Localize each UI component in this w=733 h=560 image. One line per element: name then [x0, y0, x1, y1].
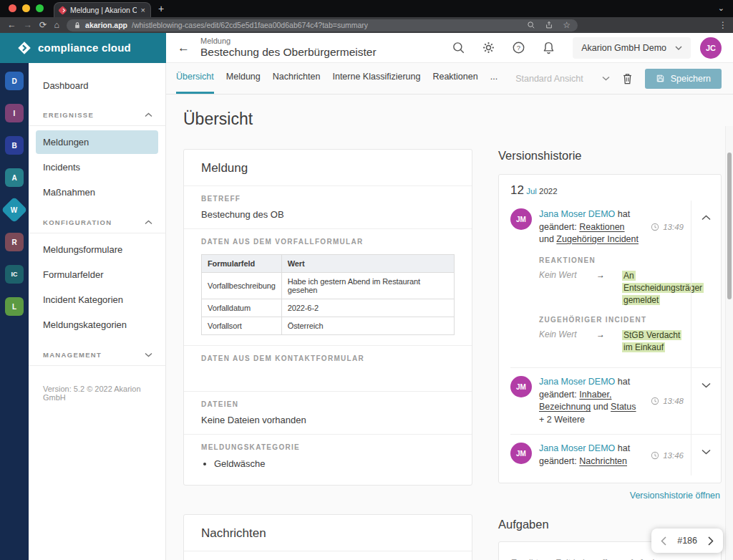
- tab-reaktionen[interactable]: Reaktionen: [432, 63, 477, 94]
- minimize-window-button[interactable]: [22, 4, 30, 12]
- browser-tab[interactable]: Meldung | Akarion Compliance ×: [54, 2, 151, 17]
- chevron-left-icon[interactable]: [661, 536, 666, 546]
- tab-nachrichten[interactable]: Nachrichten: [273, 63, 321, 94]
- close-window-button[interactable]: [9, 4, 16, 12]
- sidebar-item-incident-kategorien[interactable]: Incident Kategorien: [36, 288, 158, 312]
- betreff-label: BETREFF: [201, 195, 455, 203]
- user-link[interactable]: Jana Moser DEMO: [539, 443, 615, 453]
- rail-app-i[interactable]: I: [5, 104, 24, 122]
- chevron-down-icon: [145, 352, 152, 357]
- tab-interne-klassifizierung[interactable]: Interne Klassifizierung: [332, 63, 420, 94]
- browser-home-button[interactable]: ⌂: [54, 21, 59, 30]
- versionshistorie-heading: Versionshistorie: [498, 149, 722, 163]
- browser-menu-icon[interactable]: ⋮: [719, 20, 727, 30]
- rail-app-r[interactable]: R: [5, 233, 24, 251]
- chevron-down-icon: [702, 382, 711, 388]
- user-link[interactable]: Jana Moser DEMO: [539, 209, 615, 219]
- changed-field-link[interactable]: Bezeichnung: [539, 402, 591, 412]
- vorfall-table: Formularfeld Wert Vorfallbeschreibung Ha…: [201, 254, 455, 335]
- changed-field-link[interactable]: Reaktionen: [579, 222, 624, 232]
- browser-reload-button[interactable]: ⟳: [39, 21, 47, 30]
- browser-back-button[interactable]: ←: [7, 21, 16, 30]
- expand-entry-button[interactable]: [691, 435, 721, 475]
- share-icon[interactable]: [545, 21, 553, 29]
- sidebar-item-incidents[interactable]: Incidents: [36, 155, 158, 179]
- tab-uebersicht[interactable]: Übersicht: [176, 63, 214, 94]
- tab-meldung[interactable]: Meldung: [226, 63, 261, 94]
- browser-tab-title: Meldung | Akarion Compliance: [70, 6, 137, 14]
- rail-app-a[interactable]: A: [5, 168, 24, 187]
- versionshistorie-open-link[interactable]: Versionshistorie öffnen: [500, 491, 720, 501]
- sidebar-item-massnahmen[interactable]: Maßnahmen: [36, 180, 158, 204]
- sidebar-section-management[interactable]: MANAGEMENT: [29, 338, 165, 366]
- sidebar-item-formularfelder[interactable]: Formularfelder: [36, 263, 158, 286]
- back-arrow-icon[interactable]: ←: [178, 41, 190, 55]
- change-label: ZUGEHÖRIGER INCIDENT: [539, 316, 684, 324]
- rail-app-l[interactable]: L: [5, 297, 24, 316]
- svg-text:?: ?: [517, 44, 520, 52]
- kontaktformular-label: DATEN AUS DEM KONTAKTFORMULAR: [201, 354, 455, 362]
- changed-field-link[interactable]: Zugehöriger Incident: [556, 234, 639, 244]
- main-area: Übersicht Meldung Nachrichten Interne Kl…: [166, 63, 733, 560]
- bookmark-star-icon[interactable]: ☆: [563, 20, 571, 30]
- tab-search-chevron-icon[interactable]: ⌄: [718, 4, 733, 17]
- sidebar-section-ereignisse[interactable]: EREIGNISSE: [29, 98, 165, 126]
- user-avatar[interactable]: JC: [700, 37, 722, 59]
- window-controls: [0, 4, 54, 17]
- trash-icon[interactable]: [621, 72, 634, 85]
- bell-icon[interactable]: [542, 41, 555, 54]
- context-label: Meldung: [200, 37, 377, 45]
- help-icon[interactable]: ?: [512, 41, 525, 54]
- address-bar[interactable]: akarion.app/whistleblowing-cases/edit/62…: [67, 19, 578, 32]
- brand-name: compliance cloud: [38, 42, 131, 54]
- chevron-up-icon: [145, 220, 152, 225]
- tab-more[interactable]: ...: [490, 63, 497, 94]
- version-entry-text: Jana Moser DEMO hat geändert: Nachrichte…: [539, 443, 639, 468]
- brand-logo[interactable]: compliance cloud: [0, 33, 166, 63]
- scrollbar-track[interactable]: [725, 126, 733, 560]
- avatar: JM: [510, 376, 532, 397]
- rail-app-d[interactable]: D: [5, 72, 24, 90]
- gear-icon[interactable]: [482, 41, 495, 54]
- old-value: Kein Wert: [539, 329, 596, 354]
- sidebar-item-meldungskategorien[interactable]: Meldungskategorien: [36, 313, 158, 337]
- organization-selector[interactable]: Akarion GmbH Demo: [573, 37, 691, 59]
- user-link[interactable]: Jana Moser DEMO: [539, 377, 615, 387]
- rail-app-ic[interactable]: IC: [5, 265, 24, 284]
- view-selector[interactable]: Standard Ansicht: [515, 74, 610, 84]
- collapse-entry-button[interactable]: [691, 201, 721, 367]
- version-entry-text: Jana Moser DEMO hat geändert: Inhaber, B…: [539, 376, 639, 426]
- changed-field-link[interactable]: Status: [611, 402, 636, 412]
- sidebar-section-konfiguration[interactable]: KONFIGURATION: [29, 206, 165, 233]
- sidebar-item-meldungen[interactable]: Meldungen: [36, 130, 158, 154]
- maximize-window-button[interactable]: [36, 4, 44, 12]
- section-label: EREIGNISSE: [43, 111, 94, 119]
- zoom-icon[interactable]: [527, 21, 535, 29]
- version-entry: JM Jana Moser DEMO hat geändert: Reaktio…: [510, 201, 721, 367]
- table-header-wert: Wert: [281, 255, 454, 273]
- browser-forward-button[interactable]: →: [24, 21, 33, 30]
- chevron-right-icon[interactable]: [708, 536, 714, 546]
- arrow-right-icon: →: [596, 329, 622, 354]
- nachrichten-card-title: Nachrichten: [201, 526, 266, 540]
- changed-field-link[interactable]: Inhaber,: [579, 390, 611, 400]
- save-button[interactable]: Speichern: [645, 69, 722, 89]
- expand-entry-button[interactable]: [691, 368, 721, 434]
- sidebar: Dashboard EREIGNISSE Meldungen Incidents…: [29, 63, 166, 560]
- close-tab-icon[interactable]: ×: [141, 6, 145, 14]
- avatar: JM: [510, 208, 532, 230]
- version-time: 13:46: [646, 451, 691, 460]
- rail-app-b[interactable]: B: [5, 136, 24, 155]
- sidebar-item-meldungsformulare[interactable]: Meldungsformulare: [36, 238, 158, 261]
- rail-app-whistleblowing-active[interactable]: W: [1, 197, 28, 223]
- content-scroll-area: Übersicht Meldung BETREFF Bestechung des…: [166, 95, 733, 560]
- scrollbar-thumb[interactable]: [727, 153, 732, 299]
- version-date: 12 Jul 2022: [510, 183, 721, 198]
- organization-name: Akarion GmbH Demo: [581, 43, 666, 53]
- new-tab-button[interactable]: +: [151, 3, 173, 17]
- sidebar-item-dashboard[interactable]: Dashboard: [29, 73, 165, 98]
- search-icon[interactable]: [452, 41, 465, 54]
- changed-field-link[interactable]: Nachrichten: [579, 456, 627, 466]
- section-label: MANAGEMENT: [43, 351, 102, 359]
- kategorie-list: Geldwäsche: [201, 458, 455, 469]
